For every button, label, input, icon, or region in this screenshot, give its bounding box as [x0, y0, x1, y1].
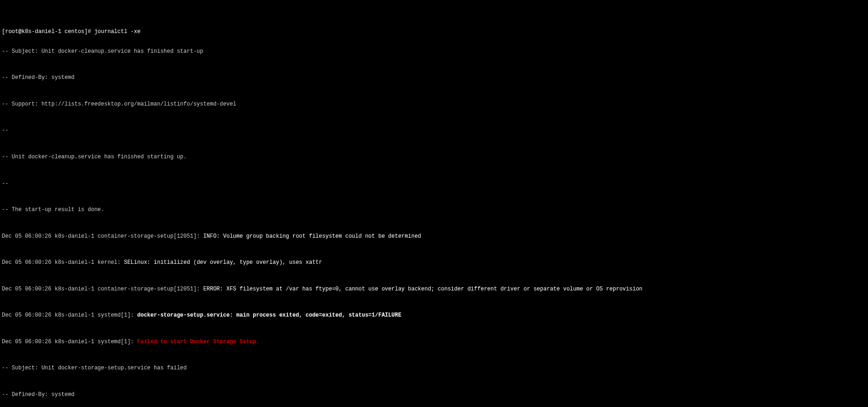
log-line: --	[2, 180, 866, 187]
log-prefix: Dec 05 06:00:26 k8s-daniel-1 container-s…	[2, 233, 203, 240]
log-text: -- Support: http://lists.freedesktop.org…	[2, 101, 236, 107]
log-line: -- Defined-By: systemd	[2, 74, 866, 81]
terminal-output[interactable]: [root@k8s-daniel-1 centos]# journalctl -…	[2, 28, 866, 407]
log-line: Dec 05 06:00:26 k8s-daniel-1 container-s…	[2, 233, 866, 240]
log-line: Dec 05 06:00:26 k8s-daniel-1 container-s…	[2, 286, 866, 292]
log-line: -- Subject: Unit docker-cleanup.service …	[2, 48, 866, 55]
log-line: Dec 05 06:00:26 k8s-daniel-1 kernel: SEL…	[2, 259, 866, 266]
log-text: --	[2, 127, 12, 134]
log-line: -- The start-up result is done.	[2, 206, 866, 213]
log-message: ERROR: XFS filesystem at /var has ftype=…	[203, 286, 642, 292]
log-text: -- The start-up result is done.	[2, 206, 104, 213]
log-prefix: Dec 05 06:00:26 k8s-daniel-1 systemd[1]:	[2, 339, 137, 345]
log-prefix: Dec 05 06:00:26 k8s-daniel-1 container-s…	[2, 286, 203, 292]
log-line: Dec 05 06:00:26 k8s-daniel-1 systemd[1]:…	[2, 312, 866, 318]
log-text: -- Defined-By: systemd	[2, 74, 74, 81]
log-text: --	[2, 180, 12, 187]
log-text: -- Subject: Unit docker-cleanup.service …	[2, 48, 203, 55]
log-line: -- Defined-By: systemd	[2, 391, 866, 398]
log-line: Dec 05 06:00:26 k8s-daniel-1 systemd[1]:…	[2, 339, 866, 345]
log-line: -- Unit docker-cleanup.service has finis…	[2, 154, 866, 160]
log-message: docker-storage-setup.service: main proce…	[137, 312, 401, 318]
log-line: -- Subject: Unit docker-storage-setup.se…	[2, 365, 866, 371]
log-line: -- Support: http://lists.freedesktop.org…	[2, 101, 866, 107]
log-text: -- Subject: Unit docker-storage-setup.se…	[2, 365, 187, 371]
log-message: Failed to start Docker Storage Setup.	[137, 339, 259, 345]
log-prefix: Dec 05 06:00:26 k8s-daniel-1 kernel:	[2, 259, 124, 266]
log-text: -- Unit docker-cleanup.service has finis…	[2, 154, 187, 160]
log-text: -- Defined-By: systemd	[2, 391, 74, 398]
log-message: INFO: Volume group backing root filesyst…	[203, 233, 421, 240]
log-prefix: Dec 05 06:00:26 k8s-daniel-1 systemd[1]:	[2, 312, 137, 318]
log-message: SELinux: initialized (dev overlay, type …	[124, 259, 322, 266]
shell-prompt[interactable]: [root@k8s-daniel-1 centos]# journalctl -…	[2, 28, 866, 35]
log-line: --	[2, 127, 866, 134]
